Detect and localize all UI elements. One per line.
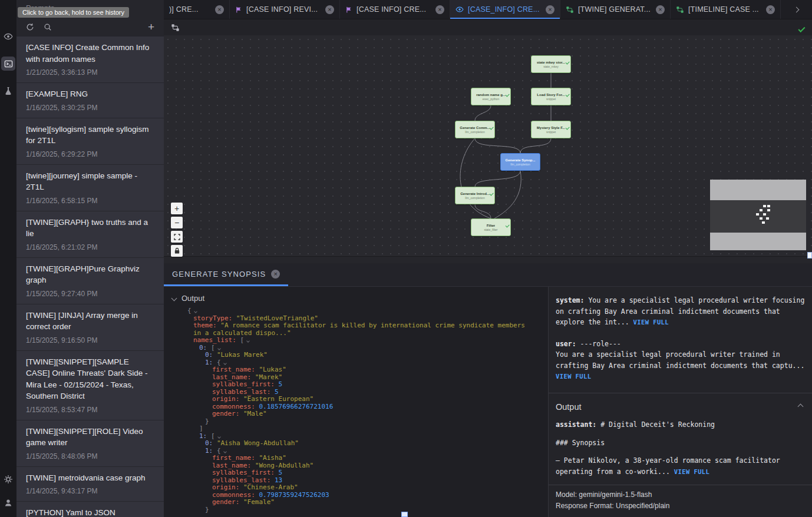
tab-close-icon[interactable]: × — [325, 5, 334, 14]
tab-close-icon[interactable]: × — [766, 5, 775, 14]
view-full-link[interactable]: VIEW FULL — [633, 319, 669, 326]
graph-node-state-mkey[interactable]: state mkey stor... state_mkey — [531, 55, 571, 73]
prompt-title: [TWINE] metroidvania case graph — [26, 472, 154, 484]
json-line: 0: "Lukas Marek" — [164, 352, 548, 359]
zoom-out-button[interactable]: − — [171, 217, 183, 228]
prompt-list-item[interactable]: [CASE INFO] Create Common Info with rand… — [16, 37, 164, 83]
run-success-check-icon — [798, 22, 805, 33]
main-area: )] CRE... × [CASE INFO] REVI... × [CASE … — [164, 0, 812, 517]
back-tooltip: Click to go back, hold to see history — [18, 7, 129, 18]
view-full-link[interactable]: VIEW FULL — [674, 468, 710, 475]
json-line: names_list: [ — [164, 337, 548, 344]
lock-button[interactable] — [171, 245, 183, 257]
tab-generate-synopsis[interactable]: GENERATE SYNOPSIS × — [164, 263, 288, 286]
node-success-check-icon — [566, 120, 569, 131]
zoom-in-button[interactable]: + — [171, 203, 183, 214]
prompt-title: [TWINE] [JINJA] Array merge in correct o… — [26, 310, 154, 333]
prompt-list-item[interactable]: [TWINE][GRAPH]Pure Graphviz graph 1/15/2… — [16, 258, 164, 304]
graph-node-generate-synopsis[interactable]: Generate Synop... llm_completion — [500, 153, 540, 171]
prompt-list-item[interactable]: [TWINE][SNIPPET][ROLE] Video game writer… — [16, 420, 164, 467]
prompt-timestamp: 1/16/2025, 6:21:02 PM — [26, 243, 154, 251]
tab-scroll-right-icon[interactable] — [781, 0, 812, 19]
fit-view-button[interactable] — [171, 231, 183, 243]
graph-node-generate-common[interactable]: Generate Comm... llm_completion — [455, 121, 495, 138]
assistant-message: assistant: # Digital Deceit's Reckoning … — [556, 419, 805, 477]
node-success-check-icon — [566, 87, 569, 98]
collapse-output-icon[interactable] — [172, 296, 176, 300]
output-section-label: Output — [556, 402, 582, 413]
view-full-link[interactable]: VIEW FULL — [556, 373, 592, 380]
collapse-caret-icon[interactable] — [247, 337, 249, 344]
prompts-sidebar: Prompts + [CASE INFO] Create Common Info… — [16, 0, 164, 517]
tab-close-icon[interactable]: × — [546, 5, 554, 14]
tab-timeline-case[interactable]: [TIMELINE] CASE ... × — [671, 0, 781, 19]
resize-handle[interactable] — [807, 252, 812, 258]
refresh-icon[interactable] — [26, 23, 34, 31]
tab-close-icon[interactable]: × — [271, 270, 280, 279]
tab-close-icon[interactable]: × — [656, 5, 665, 14]
bottom-panel: GENERATE SYNOPSIS × Output { storyType: … — [164, 263, 812, 517]
json-output-viewer: Output { storyType: "TwistedLoveTriangle… — [164, 287, 548, 517]
tab-close-icon[interactable]: × — [215, 5, 224, 14]
prompt-list-item[interactable]: [twine][syllogism] sample syllogism for … — [16, 118, 164, 165]
tab-close-icon[interactable]: × — [435, 5, 444, 14]
flag-icon — [345, 6, 352, 14]
prompt-list-item[interactable]: [twine][journey] simple sample - 2T1L 1/… — [16, 165, 164, 211]
graph-icon — [566, 6, 574, 14]
prompt-title: [TWINE][SNIPPET][ROLE] Video game writer — [26, 426, 154, 449]
app-window: Click to go back, hold to see history Pr… — [0, 0, 812, 517]
collapse-output-icon[interactable] — [798, 405, 803, 409]
prompts-icon[interactable] — [1, 57, 15, 71]
graph-node-load-story[interactable]: Load Story For... snippet — [531, 88, 571, 105]
output-section-header[interactable]: Output — [556, 393, 805, 420]
model-name: Model: gemini/gemini-1.5-flash — [556, 489, 805, 501]
graph-node-generate-intro[interactable]: Generate Introd... llm_completion — [455, 187, 495, 204]
node-success-check-icon — [490, 120, 493, 131]
tab-case-info-cre[interactable]: [CASE INFO] CRE... × — [340, 0, 450, 19]
prompt-list-item[interactable]: [TWINE] [JINJA] Array merge in correct o… — [16, 304, 164, 351]
add-prompt-button[interactable]: + — [148, 22, 154, 32]
panel-resize-strip[interactable] — [164, 256, 812, 263]
prompt-title: [twine][syllogism] sample syllogism for … — [26, 124, 154, 147]
prompt-list-item[interactable]: [TWINE][SNIPPET][SAMPLE CASE] Online Thr… — [16, 351, 164, 420]
tab-twine-generat[interactable]: [TWINE] GENERAT... × — [560, 0, 671, 19]
node-success-check-icon — [506, 87, 509, 98]
tab-case-info-cre-active[interactable]: [CASE_INFO] CRE... × — [450, 0, 560, 19]
graph-node-random-name[interactable]: random name g... exec_python — [471, 88, 511, 105]
prompt-timestamp: 1/15/2025, 9:16:50 PM — [26, 336, 154, 344]
prompt-timestamp: 1/16/2025, 6:29:22 PM — [26, 150, 154, 158]
json-line: 0: "Aisha Wong-Abdullah" — [164, 440, 548, 448]
prompt-list-item[interactable]: [EXAMPLE] RNG 1/16/2025, 8:30:25 PM — [16, 83, 164, 118]
tab-cre-partial[interactable]: )] CRE... × — [164, 0, 230, 19]
graph-canvas[interactable]: state mkey stor... state_mkey random nam… — [164, 35, 812, 256]
prompt-title: [TWINE][GRAPH} two truths and a lie — [26, 217, 154, 240]
prompt-timestamp: 1/21/2025, 3:36:13 PM — [26, 68, 154, 77]
minimap[interactable] — [710, 180, 806, 250]
tab-case-info-revi[interactable]: [CASE INFO] REVI... × — [230, 0, 340, 19]
graph-node-mystery-style[interactable]: Mystery Style F... snippet — [531, 121, 571, 138]
prompt-timestamp: 1/16/2025, 8:30:25 PM — [26, 104, 154, 112]
search-icon[interactable] — [44, 23, 52, 31]
json-line: } — [164, 506, 548, 514]
prompt-list-item[interactable]: [TWINE][GRAPH} two truths and a lie 1/16… — [16, 211, 164, 258]
user-message: user: ---role--- You are a specialist le… — [556, 339, 805, 382]
prompt-list-item[interactable]: [TWINE] metroidvania case graph 1/14/202… — [16, 467, 164, 502]
graph-node-filter[interactable]: Filter state_filter — [471, 218, 511, 236]
prompt-timestamp: 1/15/2025, 9:27:40 PM — [26, 290, 154, 298]
resize-handle[interactable] — [401, 512, 408, 517]
prompt-title: [EXAMPLE] RNG — [26, 88, 154, 100]
gear-icon[interactable] — [1, 472, 15, 486]
prompt-timestamp: 1/15/2025, 8:53:47 PM — [26, 406, 154, 414]
flask-icon[interactable] — [1, 84, 15, 98]
prompt-timestamp: 1/15/2025, 8:48:06 PM — [26, 452, 154, 460]
account-icon[interactable] — [1, 496, 15, 510]
json-line: ] — [164, 425, 548, 433]
prompt-list-item[interactable]: [PYTHON] Yaml to JSON — [16, 502, 164, 517]
json-line: gender: "Female" — [164, 499, 548, 506]
eye-icon[interactable] — [1, 29, 15, 44]
output-section-label: Output — [181, 294, 204, 303]
prompt-title: [twine][journey] simple sample - 2T1L — [26, 170, 154, 193]
minimap-viewport — [710, 200, 806, 233]
zoom-controls: + − — [171, 203, 183, 257]
pipeline-icon[interactable] — [171, 24, 180, 32]
